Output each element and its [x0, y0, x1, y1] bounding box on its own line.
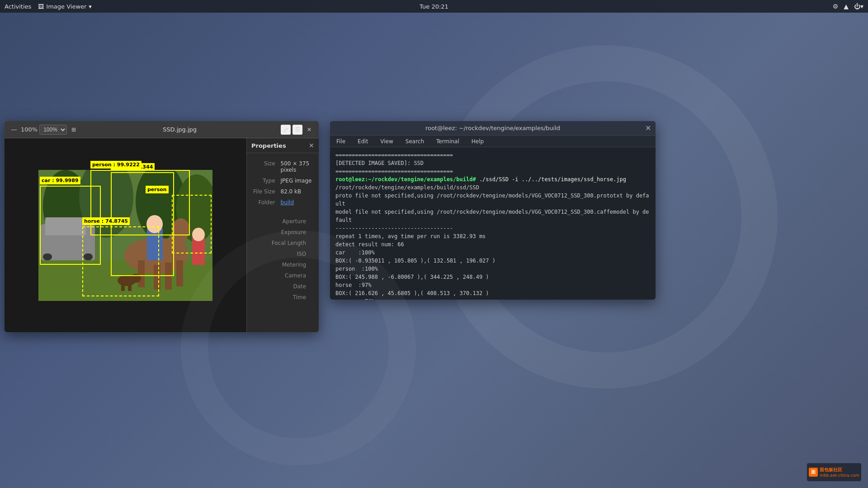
prop-folder-label: Folder — [252, 197, 279, 207]
window-minimize-button[interactable]: — — [9, 125, 19, 135]
term-detected1: [DETECTED IMAGE SAVED]: SSD — [335, 159, 650, 167]
prop-filesize-value: 82.0 kB — [280, 187, 313, 197]
image-viewer-content: car : 99.9989 horse : 97.344 person : 99… — [5, 138, 319, 332]
prop-camera-value — [311, 271, 313, 281]
term-car-box: BOX:( -0.935011 , 105.805 ),( 132.581 , … — [335, 257, 650, 265]
prop-size-value: 500 × 375 pixels — [280, 159, 313, 175]
prop-date-value — [311, 282, 313, 291]
prop-aperture-value — [311, 216, 313, 226]
terminal-menubar: File Edit View Search Terminal Help — [330, 136, 656, 147]
detection-label-person2: person — [146, 186, 169, 193]
zoom-label: 100% — [21, 126, 38, 133]
term-separator2: ==================================== — [335, 167, 650, 175]
term-person2-pct: person :76% — [335, 297, 650, 300]
desktop: Activities 🖼 Image Viewer ▾ Tue 20:21 ⚙ … — [0, 0, 868, 488]
term-dashes: ------------------------------------ — [335, 224, 650, 232]
prop-aperture-label: Aperture — [252, 216, 310, 226]
term-path: /root/rockdev/tengine/examples/build/ssd… — [335, 183, 650, 192]
term-person1-pct: person :100% — [335, 265, 650, 273]
prop-time-row: Time — [252, 292, 313, 302]
power-icon[interactable]: ⏻▾ — [854, 3, 863, 10]
prop-focal-value — [311, 238, 313, 248]
properties-title: Properties — [251, 142, 286, 149]
properties-close-button[interactable]: ✕ — [309, 142, 314, 149]
terminal-menu-search[interactable]: Search — [403, 137, 427, 145]
image-display-area[interactable]: car : 99.9989 horse : 97.344 person : 99… — [5, 138, 246, 332]
window-fullscreen-button[interactable]: ⤢ — [281, 125, 291, 135]
network-icon[interactable]: ▲ — [844, 3, 849, 10]
image-viewer-app-name: Image Viewer — [46, 3, 86, 10]
watermark: 面 面包板社区 mbb.eet-china.com — [807, 463, 861, 481]
prop-date-label: Date — [252, 282, 310, 291]
term-horse1-pct: horse :97% — [335, 281, 650, 289]
terminal-titlebar: root@leez: ~/rockdev/tengine/examples/bu… — [330, 121, 656, 136]
zoom-area: — 100% 100% 50% 200% ⊞ — [9, 125, 79, 135]
prop-folder-value[interactable]: build — [280, 197, 313, 207]
watermark-line1: 面包板社区 — [820, 467, 859, 473]
properties-panel: Properties ✕ Size 500 × 375 pixels Type … — [246, 138, 319, 332]
properties-header: Properties ✕ — [247, 138, 319, 153]
image-viewer-window: — 100% 100% 50% 200% ⊞ SSD.jpg.jpg ⤢ ☰ ✕ — [5, 121, 319, 332]
svg-rect-14 — [176, 260, 183, 286]
watermark-logo: 面 — [809, 468, 818, 477]
term-cmd1: root@leez:~/rockdev/tengine/examples/bui… — [335, 175, 650, 183]
properties-content: Size 500 × 375 pixels Type JPEG image Fi… — [247, 153, 319, 308]
prop-time-label: Time — [252, 292, 310, 302]
terminal-menu-view[interactable]: View — [377, 137, 396, 145]
image-viewer-titlebar: — 100% 100% 50% 200% ⊞ SSD.jpg.jpg ⤢ ☰ ✕ — [5, 121, 319, 138]
prop-folder-row: Folder build — [252, 197, 313, 207]
prop-size-row: Size 500 × 375 pixels — [252, 159, 313, 175]
term-separator1: ==================================== — [335, 151, 650, 159]
prop-iso-value — [311, 249, 313, 259]
image-viewer-title: SSD.jpg.jpg — [82, 126, 277, 133]
prop-metering-row: Metering — [252, 260, 313, 270]
terminal-menu-file[interactable]: File — [334, 137, 348, 145]
prop-metering-label: Metering — [252, 260, 310, 270]
term-proto: proto file not specified,using /root/roc… — [335, 192, 650, 208]
detection-box-person2: person — [172, 195, 212, 253]
prop-size-label: Size — [252, 159, 279, 175]
prop-filesize-row: File Size 82.0 kB — [252, 187, 313, 197]
prop-exposure-label: Exposure — [252, 227, 310, 237]
prop-date-row: Date — [252, 282, 313, 291]
prop-iso-label: ISO — [252, 249, 310, 259]
exif-table: Aperture Exposure Focal Length ISO — [251, 216, 314, 303]
datetime-display: Tue 20:21 — [420, 3, 448, 10]
detection-label-horse2: horse : 74.8745 — [82, 217, 130, 225]
terminal-menu-help[interactable]: Help — [469, 137, 486, 145]
activities-button[interactable]: Activities — [5, 3, 31, 10]
prop-aperture-row: Aperture — [252, 216, 313, 226]
term-repeat: repeat 1 times, avg time per run is 3382… — [335, 232, 650, 240]
image-viewer-icon: 🖼 — [38, 3, 44, 10]
zoom-fit-button[interactable]: ⊞ — [69, 125, 79, 135]
terminal-menu-terminal[interactable]: Terminal — [434, 137, 462, 145]
prop-iso-row: ISO — [252, 249, 313, 259]
detection-label-person1: person : 99.9222 — [90, 161, 142, 169]
terminal-body[interactable]: ==================================== [DE… — [330, 147, 656, 300]
terminal-window: root@leez: ~/rockdev/tengine/examples/bu… — [330, 121, 656, 300]
topbar-left: Activities 🖼 Image Viewer ▾ — [5, 3, 92, 10]
prop-camera-row: Camera — [252, 271, 313, 281]
term-person1-box: BOX:( 245.988 , -6.80067 ),( 344.225 , 2… — [335, 273, 650, 281]
prop-focal-label: Focal Length — [252, 238, 310, 248]
image-viewer-app-menu[interactable]: 🖼 Image Viewer ▾ — [38, 3, 92, 10]
window-close-button[interactable]: ✕ — [304, 125, 314, 135]
prop-focal-row: Focal Length — [252, 238, 313, 248]
term-model: model file not specified,using /root/roc… — [335, 208, 650, 224]
settings-icon[interactable]: ⚙ — [833, 3, 839, 10]
window-menu-button[interactable]: ☰ — [292, 125, 302, 135]
topbar: Activities 🖼 Image Viewer ▾ Tue 20:21 ⚙ … — [0, 0, 868, 13]
topbar-clock: Tue 20:21 — [420, 3, 448, 10]
detection-box-horse2: horse : 74.8745 — [82, 226, 159, 296]
detection-image: car : 99.9989 horse : 97.344 person : 99… — [38, 170, 212, 301]
prop-time-value — [311, 292, 313, 302]
properties-table: Size 500 × 375 pixels Type JPEG image Fi… — [251, 158, 314, 208]
terminal-close-button[interactable]: ✕ — [645, 125, 651, 132]
prop-type-label: Type — [252, 176, 279, 186]
term-horse1-box: BOX:( 216.626 , 45.6805 ),( 408.513 , 37… — [335, 289, 650, 297]
terminal-menu-edit[interactable]: Edit — [355, 137, 371, 145]
zoom-select[interactable]: 100% 50% 200% — [39, 125, 67, 135]
detection-label-car: car : 99.9989 — [40, 177, 80, 184]
app-menu-arrow: ▾ — [89, 3, 92, 10]
prop-metering-value — [311, 260, 313, 270]
